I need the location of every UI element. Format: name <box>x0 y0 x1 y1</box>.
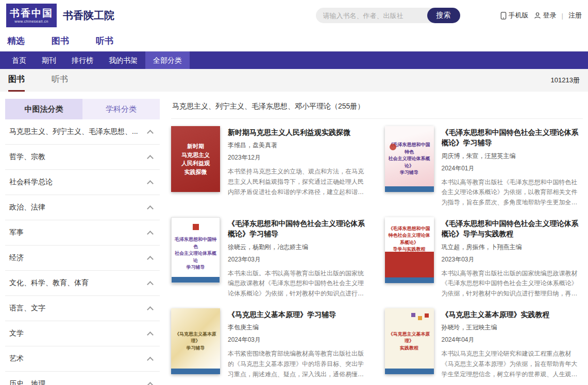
book-author: 孙晓玲，王冠映主编 <box>442 323 583 332</box>
book-card: 《马克思主义基本原理》 实践教程 《马克思主义基本原理》实践教程 孙晓玲，王冠映… <box>385 308 583 380</box>
category-label: 马克思主义、列宁主义、毛泽东思想、... <box>9 127 138 136</box>
sidebar-tab-clc[interactable]: 中图法分类 <box>5 99 82 119</box>
links-divider: | <box>562 12 563 20</box>
chevron-up-icon <box>147 231 154 237</box>
book-info: 《毛泽东思想和中国特色社会主义理论体系概论》学习辅导 徐晓云，杨勤刚，冶志娇主编… <box>228 217 369 299</box>
book-card: 毛泽东思想和中国特色 社会主义理论体系概论 学习辅导 《毛泽东思想和中国特色社会… <box>171 217 369 299</box>
sidebar-category-social-science[interactable]: 社会科学总论 <box>5 170 160 195</box>
book-cover[interactable]: 《毛泽东思想和中国特色社会主义理论体系概论》 导学与实践教程 <box>385 217 434 283</box>
book-info: 《马克思主义基本原理》实践教程 孙晓玲，王冠映主编 2024年04月 本书以马克… <box>442 308 583 380</box>
chevron-up-icon <box>147 205 154 212</box>
login-link[interactable]: 登录 <box>534 11 557 20</box>
category-label: 文化、科学、教育、体育 <box>9 278 89 288</box>
nav-all-categories[interactable]: 全部分类 <box>145 51 190 69</box>
content-tab-bar: 图书 听书 101213册 <box>0 69 588 92</box>
sidebar-category-art[interactable]: 艺术 <box>5 346 160 372</box>
category-label: 哲学、宗教 <box>9 152 45 162</box>
cover-text: 《毛泽东思想和中国特色 社会主义理论体系概论》 学习辅导 <box>385 139 434 179</box>
cover-text: 《毛泽东思想和中国特色社会主义理论体系概论》 导学与实践教程 <box>385 223 434 255</box>
search-button[interactable]: 搜索 <box>427 8 460 23</box>
book-listing: 马克思主义、列宁主义、毛泽东思想、邓小平理论（255册） 新时期 马克思主义 人… <box>171 99 583 385</box>
chevron-up-icon <box>147 155 154 162</box>
main-nav: 首页 期刊 排行榜 我的书架 全部分类 <box>0 51 588 69</box>
category-label: 社会科学总论 <box>9 178 53 187</box>
logo-title: 书香中国 <box>10 8 53 20</box>
tab-audiobooks[interactable]: 听书 <box>52 69 68 92</box>
logo-subtitle: www.chineseall.cn <box>14 20 48 23</box>
book-date: 2024年03月 <box>228 336 369 344</box>
book-cover[interactable]: 《毛泽东思想和中国特色 社会主义理论体系概论》 学习辅导 <box>385 126 434 192</box>
sidebar-category-politics-law[interactable]: 政治、法律 <box>5 195 160 220</box>
search-bar: 搜索 <box>316 8 460 23</box>
register-link[interactable]: 注册 <box>568 11 582 20</box>
top-nav-audiobooks[interactable]: 听书 <box>96 35 113 47</box>
category-label: 文学 <box>9 329 24 338</box>
book-cover[interactable]: 毛泽东思想和中国特色 社会主义理论体系概论 学习辅导 <box>171 217 220 283</box>
top-nav-books[interactable]: 图书 <box>52 35 69 47</box>
category-label: 军事 <box>9 228 24 237</box>
book-cover[interactable]: 《马克思主义基本原理》 实践教程 <box>385 308 434 374</box>
cover-text: 新时期 马克思主义 人民利益观 实践探微 <box>179 140 212 178</box>
nav-rankings[interactable]: 排行榜 <box>64 51 101 69</box>
cover-text: 《马克思主义基本原理》 实践教程 <box>385 329 434 354</box>
book-grid: 新时期 马克思主义 人民利益观 实践探微 新时期马克思主义人民利益观实践探微 李… <box>171 126 583 385</box>
book-cover[interactable]: 《马克思主义基本原理》 学习辅导 <box>171 308 220 374</box>
mobile-label: 手机版 <box>509 11 529 20</box>
chevron-up-icon <box>147 357 154 363</box>
book-description: 本书以高等教育出版社出版的国家统编思政课教材《毛泽东思想和中国特色社会主义理论体… <box>442 269 583 299</box>
chevron-up-icon <box>147 130 154 136</box>
book-description: 本书未出版。本书以高等教育出版社出版的国家统编思政课教材《毛泽东思想和中国特色社… <box>228 269 369 299</box>
nav-journals[interactable]: 期刊 <box>34 51 64 69</box>
top-nav-featured[interactable]: 精选 <box>7 35 25 47</box>
login-label: 登录 <box>543 11 557 20</box>
search-input[interactable] <box>316 8 433 23</box>
user-icon <box>534 12 541 19</box>
chevron-up-icon <box>147 256 154 262</box>
book-title[interactable]: 《马克思主义基本原理》实践教程 <box>442 309 583 320</box>
chevron-up-icon <box>147 281 154 288</box>
listing-heading: 马克思主义、列宁主义、毛泽东思想、邓小平理论（255册） <box>171 99 583 119</box>
book-date: 2023年03月 <box>442 255 583 264</box>
category-label: 语言、文字 <box>9 304 45 313</box>
book-title[interactable]: 新时期马克思主义人民利益观实践探微 <box>228 127 369 137</box>
sidebar-category-marxism[interactable]: 马克思主义、列宁主义、毛泽东思想、... <box>5 119 160 145</box>
mobile-version-link[interactable]: 手机版 <box>500 11 529 20</box>
book-card: 新时期 马克思主义 人民利益观 实践探微 新时期马克思主义人民利益观实践探微 李… <box>171 126 369 208</box>
book-date: 2024年04月 <box>442 336 583 344</box>
tab-books[interactable]: 图书 <box>8 69 25 92</box>
book-description: 本书以高等教育出版社《毛泽东思想和中国特色社会主义理论体系概论》为依据，以教育部… <box>442 178 583 208</box>
book-author: 周庆博，朱宣，汪慧英主编 <box>442 152 583 161</box>
phone-icon <box>500 12 507 20</box>
sidebar-category-history-geography[interactable]: 历史、地理 <box>5 372 160 385</box>
book-title[interactable]: 《马克思主义基本原理》学习辅导 <box>228 309 369 320</box>
book-description: 本书以马克思主义理论研究和建设工程重点教材《马克思主义基本原理》为依据，旨在帮助… <box>442 349 583 379</box>
cover-text: 毛泽东思想和中国特色 社会主义理论体系概论 学习辅导 <box>172 227 220 273</box>
site-name: 书香陕工院 <box>63 9 114 23</box>
book-cover[interactable]: 新时期 马克思主义 人民利益观 实践探微 <box>171 126 220 192</box>
total-book-count: 101213册 <box>551 76 580 85</box>
book-title[interactable]: 《毛泽东思想和中国特色社会主义理论体系概论》学习辅导 <box>228 218 369 239</box>
sidebar-category-military[interactable]: 军事 <box>5 220 160 246</box>
top-nav: 精选 图书 听书 <box>0 31 588 51</box>
chevron-up-icon <box>147 331 154 338</box>
sidebar-tab-discipline[interactable]: 学科分类 <box>82 99 160 119</box>
site-logo[interactable]: 书香中国 www.chineseall.cn <box>6 4 57 27</box>
sidebar-category-literature[interactable]: 文学 <box>5 321 160 346</box>
nav-my-bookshelf[interactable]: 我的书架 <box>101 51 145 69</box>
chevron-up-icon <box>147 180 154 187</box>
book-title[interactable]: 《毛泽东思想和中国特色社会主义理论体系概论》学习辅导 <box>442 127 583 148</box>
book-date: 2024年01月 <box>442 164 583 173</box>
sidebar-category-culture-education[interactable]: 文化、科学、教育、体育 <box>5 271 160 296</box>
sidebar-category-economics[interactable]: 经济 <box>5 246 160 271</box>
book-description: 本书坚持马克思主义的立场、观点和方法，在马克思主义人民利益观指导下，探究通过正确… <box>228 167 369 197</box>
nav-home[interactable]: 首页 <box>4 51 34 69</box>
sidebar-category-philosophy[interactable]: 哲学、宗教 <box>5 145 160 170</box>
category-label: 政治、法律 <box>9 203 45 212</box>
book-title[interactable]: 《毛泽东思想和中国特色社会主义理论体系概论》导学与实践教程 <box>442 218 583 239</box>
main-area: 中图法分类 学科分类 马克思主义、列宁主义、毛泽东思想、... 哲学、宗教 社会… <box>0 92 588 385</box>
site-header: 书香中国 www.chineseall.cn 书香陕工院 搜索 手机版 登录 |… <box>0 0 588 31</box>
book-author: 李包庚主编 <box>228 323 369 332</box>
sidebar-category-language[interactable]: 语言、文字 <box>5 296 160 321</box>
book-info: 《毛泽东思想和中国特色社会主义理论体系概论》导学与实践教程 巩立超，房振伟，卜翔… <box>442 217 583 299</box>
chevron-up-icon <box>147 306 154 313</box>
